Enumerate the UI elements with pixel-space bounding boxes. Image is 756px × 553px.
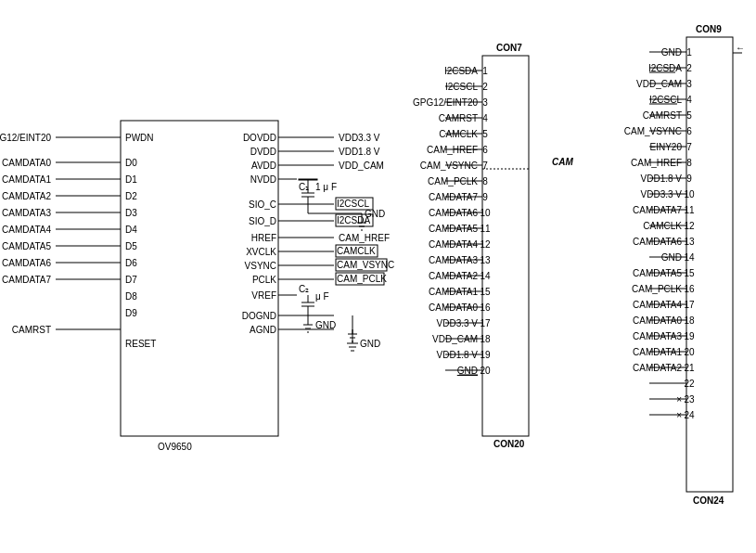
pinname-d0: D0 [125,158,137,168]
pin-camdata5-left: CAMDATA5 [2,241,51,251]
pinname-pclk: PCLK [252,275,276,285]
con7-label: CON7 [496,43,522,53]
con9-pin9-num: 9 [686,174,692,184]
pinname-nvdd: NVDD [250,174,276,185]
pinname-d2: D2 [125,191,137,201]
pinname-d7: D7 [125,275,137,285]
label-vddcam: VDD_CAM [339,161,384,171]
con9-pin1-num: 1 [686,47,692,58]
con7-pin9-num: 9 [482,192,488,202]
c2-value: μ F [315,291,329,302]
con24-label: CON24 [693,495,724,506]
pin-gpg12: GPG12/EINT20 [0,133,51,143]
pinname-d8: D8 [125,291,137,302]
label-camvsync: CAM_VSYNC [337,260,394,270]
label-vdd18: VDD1.8 V [339,147,380,157]
pinname-vref: VREF [251,290,276,301]
pin-camrst-left: CAMRST [12,325,51,335]
pinname-d5: D5 [125,241,137,251]
pinname-href: HREF [251,233,276,243]
pin-camdata0-left: CAMDATA0 [2,158,51,168]
label-vdd33: VDD3.3 V [339,133,380,143]
pinname-dognd: DOGND [242,311,276,321]
con9-pin8-num: 8 [686,158,692,168]
svg-rect-79 [686,37,733,492]
pin-camdata4-left: CAMDATA4 [2,225,51,235]
label-campclk: CAM_PCLK [337,274,387,284]
pinname-avdd: AVDD [251,161,276,171]
pin-camdata2-left: CAMDATA2 [2,191,51,201]
con9-pin2-num: 2 [686,63,692,73]
pin-camdata1-left: CAMDATA1 [2,174,51,185]
label-gnd-c2: GND [315,320,336,330]
con9-label: CON9 [696,24,722,34]
label-i2csda: I2CSDA [337,215,370,225]
con7-pin2-num: 2 [482,82,488,92]
pinname-dvdd: DVDD [250,147,276,157]
con7-pin8-num: 8 [482,176,488,186]
pinname-sioc: SIO_C [249,199,276,210]
pinname-xvclk: XVCLK [246,247,276,257]
con7-pin1-num: 1 [482,66,488,76]
con9-pin7-num: 7 [686,142,692,152]
con9-pin5-num: 5 [686,110,692,121]
pinname-d3: D3 [125,208,137,218]
con20-label: CON20 [493,439,525,449]
pinname-dovdd: DOVDD [243,133,276,143]
pinname-d9: D9 [125,308,137,318]
con7-pin4-num: 4 [482,113,488,123]
pinname-agnd: AGND [250,325,276,335]
con9-pin3-num: 3 [686,79,692,89]
schematic-diagram: OV9650 GPG12/EINT20 PWDN CAMDATA0 D0 CAM… [0,0,756,553]
cam-label: CAM [552,157,573,167]
con9-pin6-num: 6 [686,126,692,136]
c2-label: C₂ [299,284,309,294]
svg-rect-15 [299,179,317,180]
con7-pin3-num: 3 [482,97,488,108]
pinname-siod: SIO_D [249,216,276,226]
con9-pin4-num: 4 [686,95,692,105]
pin-camdata3-left: CAMDATA3 [2,208,51,218]
pinname-d4: D4 [125,225,137,235]
pinname-vsync: VSYNC [245,261,276,271]
pinname-d1: D1 [125,174,137,185]
pin-camdata6-left: CAMDATA6 [2,258,51,268]
label-i2cscl: I2CSCL [337,199,369,209]
con9-arrow: ← [736,43,745,53]
con7-pin5-num: 5 [482,129,488,139]
label-camclk: CAMCLK [337,246,376,256]
pinname-pwdn: PWDN [125,133,154,143]
con7-pin6-num: 6 [482,145,488,155]
pin-camdata7-left: CAMDATA7 [2,275,51,285]
pinname-reset: RESET [125,339,156,349]
label-camhref: CAM_HREF [339,233,390,243]
label-agnd-gnd: GND [360,339,380,349]
c1-value: 1 μ F [315,182,337,192]
ov9650-label: OV9650 [158,442,192,452]
pinname-d6: D6 [125,258,137,268]
